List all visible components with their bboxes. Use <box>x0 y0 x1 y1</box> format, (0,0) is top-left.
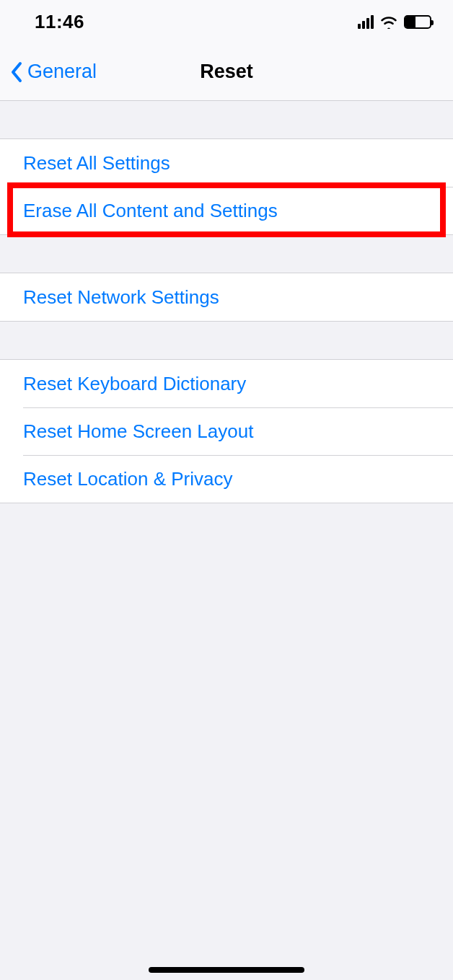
row-reset-keyboard-dictionary[interactable]: Reset Keyboard Dictionary <box>0 360 453 407</box>
section-1: Reset All Settings Erase All Content and… <box>0 138 453 235</box>
row-label: Reset Keyboard Dictionary <box>23 373 246 395</box>
status-icons <box>358 14 431 29</box>
row-label: Reset Network Settings <box>23 286 219 309</box>
status-bar: 11:46 <box>0 0 453 43</box>
row-reset-location-privacy[interactable]: Reset Location & Privacy <box>0 455 453 503</box>
row-reset-all-settings[interactable]: Reset All Settings <box>0 139 453 187</box>
row-erase-all-content[interactable]: Erase All Content and Settings <box>0 187 453 234</box>
section-gap <box>0 235 453 273</box>
battery-icon <box>404 15 431 29</box>
home-indicator <box>149 967 304 973</box>
back-label: General <box>27 61 97 83</box>
chevron-left-icon <box>10 61 25 83</box>
nav-bar: General Reset <box>0 43 453 101</box>
row-reset-network-settings[interactable]: Reset Network Settings <box>0 273 453 321</box>
wifi-icon <box>379 14 398 29</box>
back-button[interactable]: General <box>10 61 97 83</box>
row-label: Erase All Content and Settings <box>23 200 278 222</box>
status-time: 11:46 <box>35 11 84 33</box>
section-3: Reset Keyboard Dictionary Reset Home Scr… <box>0 359 453 503</box>
section-2: Reset Network Settings <box>0 273 453 322</box>
cell-signal-icon <box>358 14 374 29</box>
row-label: Reset Home Screen Layout <box>23 420 253 443</box>
row-label: Reset All Settings <box>23 152 170 175</box>
section-gap <box>0 322 453 359</box>
row-reset-home-screen-layout[interactable]: Reset Home Screen Layout <box>0 407 453 455</box>
row-label: Reset Location & Privacy <box>23 468 232 490</box>
page-title: Reset <box>200 61 253 83</box>
